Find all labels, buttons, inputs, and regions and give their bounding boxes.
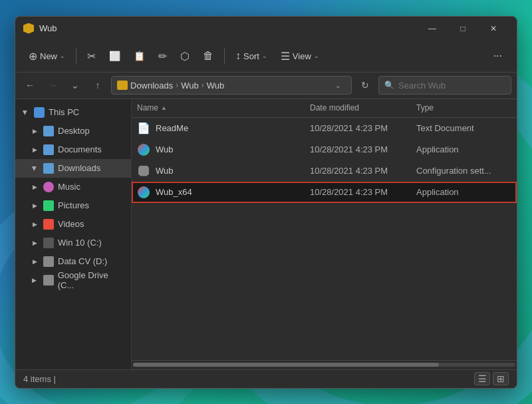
col-name[interactable]: Name ▲ xyxy=(137,103,310,112)
search-box[interactable]: 🔍 xyxy=(378,76,511,95)
sidebar-item-desktop[interactable]: ▶ Desktop xyxy=(15,122,131,140)
paste-button[interactable]: 📋 xyxy=(128,47,150,65)
downloads-label: Downloads xyxy=(58,163,100,173)
maximize-button[interactable]: □ xyxy=(448,18,478,39)
documents-icon xyxy=(43,144,54,155)
file-cell-name-wub-app: Wub xyxy=(137,143,310,156)
documents-label: Documents xyxy=(58,144,102,154)
close-button[interactable]: ✕ xyxy=(478,18,509,39)
rename-button[interactable]: ✏ xyxy=(153,46,172,67)
paste-icon: 📋 xyxy=(134,51,145,61)
file-header: Name ▲ Date modified Type xyxy=(132,99,517,118)
thispc-icon xyxy=(34,107,45,118)
desktop-chevron-icon: ▶ xyxy=(30,126,39,136)
pictures-label: Pictures xyxy=(58,200,89,210)
address-path[interactable]: Downloads › Wub › Wub ⌄ xyxy=(111,76,352,95)
desktop-label: Desktop xyxy=(58,126,90,136)
file-explorer-window: Wub — □ ✕ ⊕ New ⌄ ✂ ⬜ 📋 ✏ ⬡ 🗑 xyxy=(15,16,517,389)
horizontal-scrollbar[interactable] xyxy=(132,360,517,369)
wub-x64-name: Wub_x64 xyxy=(156,187,192,197)
titlebar: Wub — □ ✕ xyxy=(15,17,517,41)
more-button[interactable]: ··· xyxy=(487,46,509,66)
win10-label: Win 10 (C:) xyxy=(58,238,102,248)
wub-app-icon xyxy=(138,144,150,156)
path-crumb-1: Downloads xyxy=(130,81,173,91)
pictures-icon xyxy=(43,200,54,211)
content-area: ▶ This PC ▶ Desktop ▶ Documents ▶ Downlo… xyxy=(15,99,517,369)
file-row-wub-app[interactable]: Wub 10/28/2021 4:23 PM Application xyxy=(132,139,517,160)
file-list: 📄 ReadMe 10/28/2021 4:23 PM Text Documen… xyxy=(132,118,517,360)
col-type[interactable]: Type xyxy=(416,103,511,112)
wub-app-type: Application xyxy=(416,144,511,154)
view-button[interactable]: ☰ View ⌄ xyxy=(275,46,325,67)
cut-icon: ✂ xyxy=(87,50,96,63)
thispc-label: This PC xyxy=(49,107,79,117)
recent-button[interactable]: ⌄ xyxy=(66,76,84,95)
statusbar-count: 4 items | xyxy=(23,374,56,384)
config-icon xyxy=(138,166,149,176)
sidebar-item-win10[interactable]: ▶ Win 10 (C:) xyxy=(15,234,131,252)
sidebar-item-documents[interactable]: ▶ Documents xyxy=(15,140,131,159)
videos-label: Videos xyxy=(58,219,84,229)
sidebar-item-music[interactable]: ▶ Music xyxy=(15,178,131,196)
file-row-wub-config[interactable]: Wub 10/28/2021 4:23 PM Configuration set… xyxy=(132,160,517,182)
col-date[interactable]: Date modified xyxy=(310,103,416,112)
forward-button[interactable]: → xyxy=(43,76,62,95)
share-button[interactable]: ⬡ xyxy=(175,46,195,67)
h-scrollbar-thumb[interactable] xyxy=(133,363,439,367)
path-crumb-3: Wub xyxy=(207,81,225,91)
share-icon: ⬡ xyxy=(180,50,190,63)
sidebar-item-datacv[interactable]: ▶ Data CV (D:) xyxy=(15,252,131,271)
wub-config-type: Configuration sett... xyxy=(416,166,511,176)
new-button[interactable]: ⊕ New ⌄ xyxy=(23,46,70,67)
file-cell-name-readme: 📄 ReadMe xyxy=(137,122,310,135)
gdrive-icon xyxy=(43,275,54,286)
music-label: Music xyxy=(58,182,80,192)
sort-label: Sort xyxy=(243,51,259,61)
minimize-button[interactable]: — xyxy=(417,18,448,39)
wub-x64-date: 10/28/2021 4:23 PM xyxy=(310,187,416,197)
toolbar-separator-2 xyxy=(224,48,225,64)
up-button[interactable]: ↑ xyxy=(88,76,107,95)
wub-config-name: Wub xyxy=(156,166,174,176)
items-count: 4 items xyxy=(23,374,51,384)
sidebar-item-pictures[interactable]: ▶ Pictures xyxy=(15,196,131,215)
file-area: Name ▲ Date modified Type 📄 xyxy=(132,99,517,369)
grid-view-button[interactable]: ⊞ xyxy=(493,372,509,385)
sort-icon: ↕ xyxy=(235,50,241,62)
cut-button[interactable]: ✂ xyxy=(82,46,101,67)
sidebar-item-thispc[interactable]: ▶ This PC xyxy=(15,103,131,122)
new-label: New xyxy=(40,51,57,61)
path-dropdown-icon[interactable]: ⌄ xyxy=(330,76,346,95)
downloads-icon xyxy=(43,163,54,174)
h-scrollbar-track[interactable] xyxy=(133,363,515,367)
wub-x64-type: Application xyxy=(416,187,511,197)
sidebar-item-videos[interactable]: ▶ Videos xyxy=(15,215,131,234)
view-label: View xyxy=(293,51,311,61)
delete-button[interactable]: 🗑 xyxy=(198,46,219,66)
search-input[interactable] xyxy=(398,81,505,91)
videos-chevron-icon: ▶ xyxy=(30,220,39,229)
path-sep-2: › xyxy=(201,81,204,90)
refresh-button[interactable]: ↻ xyxy=(356,76,374,95)
sidebar-item-gdrive[interactable]: ▶ Google Drive (C... xyxy=(15,271,131,290)
col-date-label: Date modified xyxy=(310,103,359,112)
file-row-readme[interactable]: 📄 ReadMe 10/28/2021 4:23 PM Text Documen… xyxy=(132,118,517,139)
desktop-icon xyxy=(43,126,54,136)
music-icon xyxy=(43,182,54,192)
sort-button[interactable]: ↕ Sort ⌄ xyxy=(230,46,273,66)
path-sep-1: › xyxy=(176,81,178,90)
list-view-button[interactable]: ☰ xyxy=(474,372,490,385)
col-name-label: Name xyxy=(137,103,158,112)
new-icon: ⊕ xyxy=(29,50,37,63)
file-row-wub-x64[interactable]: Wub_x64 10/28/2021 4:23 PM Application xyxy=(132,182,517,203)
wub-app-name: Wub xyxy=(156,144,174,154)
sidebar-item-downloads[interactable]: ▶ Downloads xyxy=(15,159,131,178)
path-crumb-2: Wub xyxy=(181,81,199,91)
back-button[interactable]: ← xyxy=(21,76,39,95)
wub-app-date: 10/28/2021 4:23 PM xyxy=(310,144,416,154)
wub-config-file-icon xyxy=(137,164,150,178)
datacv-label: Data CV (D:) xyxy=(58,256,107,266)
copy-button[interactable]: ⬜ xyxy=(104,47,126,65)
win10-icon xyxy=(43,238,54,248)
